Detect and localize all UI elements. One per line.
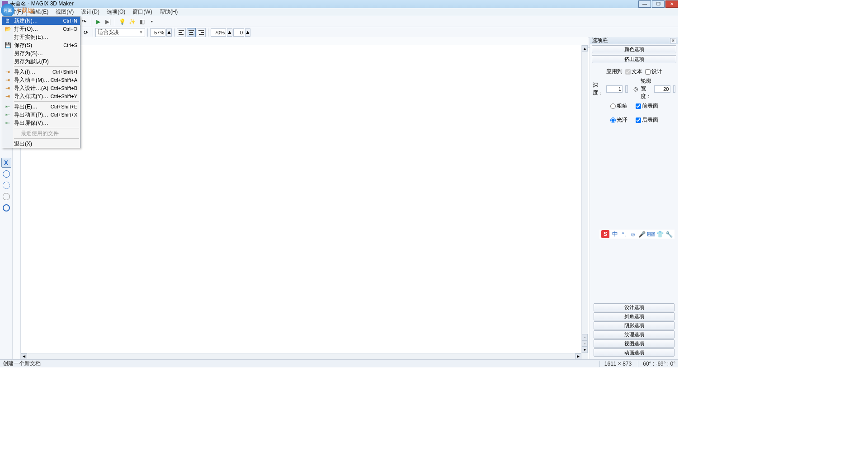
scroll-up-button[interactable]: ▲ [582,45,588,52]
apply-to-label: 应用到 [606,68,623,75]
outline-spinner[interactable] [673,85,676,93]
save-disk-icon: 💾 [4,42,11,49]
scroll-left-button[interactable]: ◀ [21,353,27,359]
menu-help[interactable]: 帮助(H) [156,7,182,17]
rough-radio[interactable]: 粗糙 [610,102,627,110]
zoom-select[interactable]: 适合宽度 [95,28,145,37]
maximize-button[interactable]: ❐ [652,0,665,8]
menu-bar: 文件(F) 编辑(E) 视图(V) 设计(D) 选项(O) 窗口(W) 帮助(H… [0,8,678,16]
ime-toolbar[interactable]: S 中 °, ☺ 🎤 ⌨ 👕 🔧 [599,230,675,239]
close-button[interactable]: ✕ [665,0,678,8]
ime-toolbox-icon[interactable]: 🔧 [665,230,673,238]
tool-circle2-icon[interactable] [1,180,11,190]
tool-x-icon[interactable]: X [1,158,11,168]
menu-design[interactable]: 设计(D) [77,7,103,17]
scrollbar-horizontal[interactable]: ◀ ▶ [21,353,581,359]
ime-lang-button[interactable]: 中 [611,230,618,238]
bevel-options-button[interactable]: 斜角选项 [594,312,675,320]
align-left-button[interactable] [177,28,186,37]
depth-label: 深度： [593,81,604,97]
ime-keyboard-icon[interactable]: ⌨ [647,230,655,238]
tb-refresh-icon[interactable]: ⟳ [81,28,90,37]
shadow-options-button[interactable]: 阴影选项 [594,321,675,329]
tb-bulb-icon[interactable]: 💡 [118,17,127,26]
sogou-ime-icon[interactable]: S [601,230,609,238]
apply-design-checkbox[interactable]: 设计 [645,68,662,75]
gloss-radio[interactable]: 光泽 [610,116,627,124]
import-icon: ⇥ [4,68,11,75]
status-hint: 创建一个新文档 [3,360,41,367]
scroll-down-button[interactable]: ▼ [582,347,588,353]
align-right-button[interactable] [197,28,206,37]
file-menu-export-anim[interactable]: ⇤ 导出动画(P)…Ctrl+Shift+X [2,111,80,119]
tool-circle3-icon[interactable] [1,192,11,202]
file-menu-new[interactable]: 🗎 新建(N)…Ctrl+N [2,17,80,25]
file-menu-recent: 最近使用的文件 [2,129,80,137]
extrude-options-button[interactable]: 挤出选项 [592,55,676,63]
apply-text-checkbox[interactable]: 文本 [625,68,642,75]
file-menu-open-instance[interactable]: 打开实例(E)… [2,33,80,41]
scroll-right-button[interactable]: ▶ [575,353,581,359]
depth-spinner[interactable] [625,85,628,93]
tb-wand-icon[interactable]: ✨ [127,17,137,26]
file-menu-open[interactable]: 📂 打开(O)…Ctrl+O [2,25,80,33]
back-checkbox[interactable]: 后表面 [636,116,658,124]
file-menu-import[interactable]: ⇥ 导入(I)…Ctrl+Shift+I [2,68,80,76]
percent1-input[interactable] [150,28,165,37]
file-menu-dropdown: 🗎 新建(N)…Ctrl+N 📂 打开(O)…Ctrl+O 打开实例(E)… 💾… [2,16,80,148]
spin0-input[interactable] [233,28,244,37]
percent1-spinner[interactable]: ▲▼ [166,28,172,37]
file-menu-exit[interactable]: 退出(X) [2,140,80,148]
scrollbar-vertical[interactable]: ▲ ◦ ◦ ▼ [581,45,588,353]
front-checkbox[interactable]: 前表面 [636,102,658,110]
tb-step-icon[interactable]: ▶| [104,17,113,26]
ime-emoji-icon[interactable]: ☺ [629,230,637,238]
menu-view[interactable]: 视图(V) [52,7,77,17]
file-menu-import-style[interactable]: ⇥ 导入样式(Y)…Ctrl+Shift+Y [2,92,80,100]
minimize-button[interactable]: — [638,0,651,8]
export-saver-icon: ⇤ [4,119,11,127]
file-menu-import-anim[interactable]: ⇥ 导入动画(M)…Ctrl+Shift+A [2,76,80,84]
outline-input[interactable] [654,85,670,93]
view-options-button[interactable]: 视图选项 [594,339,675,348]
toolbar-format: ⟳ 适合宽度 ▲▼ ▲▼ ▲▼ [0,27,678,38]
ime-punct-icon[interactable]: °, [620,230,627,238]
scroll-reset2-button[interactable]: ◦ [582,340,588,347]
anim-options-button[interactable]: 动画选项 [594,348,675,357]
percent2-input[interactable] [211,28,226,37]
tool-circle4-icon[interactable] [1,203,11,213]
menu-edit[interactable]: 编辑(E) [27,7,52,17]
options-panel: 选项栏 ✕ 颜色选项 挤出选项 应用到 文本 设计 深度： ◎ 轮廓宽度： 粗糙… [590,37,678,359]
texture-options-button[interactable]: 纹理选项 [594,330,675,338]
file-menu-import-design[interactable]: ⇥ 导入设计…(A)Ctrl+Shift+B [2,84,80,92]
tb-cube-icon[interactable]: ◧ [137,17,146,26]
align-center-button[interactable] [187,28,196,37]
file-menu-save-default[interactable]: 另存为默认(D) [2,57,80,66]
ime-voice-icon[interactable]: 🎤 [638,230,646,238]
ime-skin-icon[interactable]: 👕 [656,230,664,238]
scroll-corner [581,353,588,359]
depth-input[interactable] [606,85,623,93]
tb-dropdown-icon[interactable]: ▾ [147,17,156,26]
file-menu-export-saver[interactable]: ⇤ 导出屏保(V)… [2,119,80,127]
design-options-button[interactable]: 设计选项 [594,303,675,311]
menu-window[interactable]: 窗口(W) [129,7,156,17]
options-panel-close-button[interactable]: ✕ [670,38,676,43]
file-menu-save-as[interactable]: 另存为(S)… [2,49,80,57]
file-menu-save[interactable]: 💾 保存(S)Ctrl+S [2,41,80,49]
percent2-spinner[interactable]: ▲▼ [227,28,232,37]
tb-redo-icon[interactable]: ↷ [80,17,89,26]
app-icon [2,1,8,7]
canvas-workspace[interactable] [21,45,581,353]
tool-circle1-icon[interactable] [1,169,11,179]
scroll-reset1-button[interactable]: ◦ [582,334,588,340]
window-title: 未命名 - MAGIX 3D Maker [10,0,74,8]
color-options-button[interactable]: 颜色选项 [592,45,676,53]
spin0-spinner[interactable]: ▲▼ [245,28,250,37]
tb-play-icon[interactable]: ▶ [94,17,103,26]
file-menu-export[interactable]: ⇤ 导出(E)…Ctrl+Shift+E [2,103,80,111]
menu-file[interactable]: 文件(F) [2,7,27,17]
import-anim-icon: ⇥ [4,76,11,84]
menu-options[interactable]: 选项(O) [103,7,129,17]
open-folder-icon: 📂 [4,25,11,33]
